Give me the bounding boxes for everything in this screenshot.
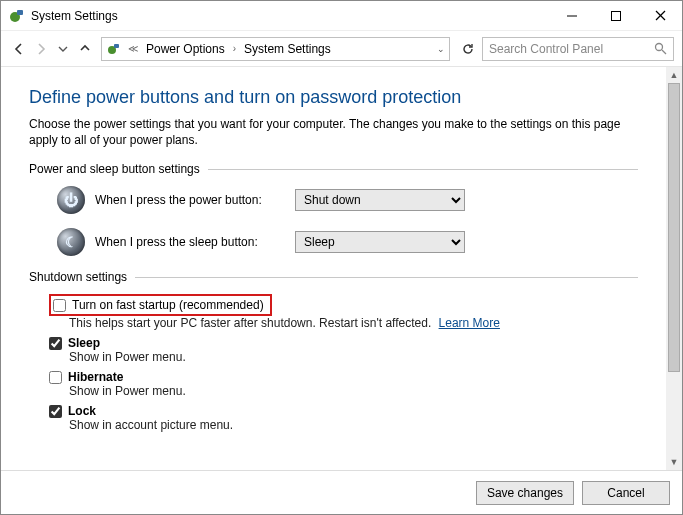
search-placeholder: Search Control Panel <box>489 42 653 56</box>
history-dropdown[interactable] <box>53 37 73 61</box>
chevron-right-icon: › <box>231 43 238 54</box>
window-title: System Settings <box>31 9 118 23</box>
footer: Save changes Cancel <box>1 470 682 514</box>
divider <box>135 277 638 278</box>
group-shutdown: Shutdown settings <box>29 270 638 284</box>
lock-label: Lock <box>68 404 96 418</box>
forward-button[interactable] <box>31 37 51 61</box>
highlight-fast-startup: Turn on fast startup (recommended) <box>49 294 272 316</box>
fast-startup-checkbox[interactable] <box>53 299 66 312</box>
page-intro: Choose the power settings that you want … <box>29 116 638 148</box>
search-input[interactable]: Search Control Panel <box>482 37 674 61</box>
fast-startup-label: Turn on fast startup (recommended) <box>72 298 264 312</box>
svg-line-9 <box>662 50 666 54</box>
option-lock: Lock Show in account picture menu. <box>49 404 638 432</box>
scroll-thumb[interactable] <box>668 83 680 372</box>
svg-rect-1 <box>17 10 23 15</box>
save-button[interactable]: Save changes <box>476 481 574 505</box>
breadcrumb[interactable]: ≪ Power Options › System Settings ⌄ <box>101 37 450 61</box>
learn-more-link[interactable]: Learn More <box>439 316 500 330</box>
scrollbar[interactable]: ▲ ▼ <box>666 67 682 470</box>
close-button[interactable] <box>638 1 682 31</box>
scroll-up-button[interactable]: ▲ <box>666 67 682 83</box>
svg-rect-7 <box>114 44 119 48</box>
power-button-select[interactable]: Shut down <box>295 189 465 211</box>
power-icon: ⏻ <box>57 186 85 214</box>
fast-startup-desc-text: This helps start your PC faster after sh… <box>69 316 431 330</box>
group-power-sleep: Power and sleep button settings <box>29 162 638 176</box>
option-sleep: Sleep Show in Power menu. <box>49 336 638 364</box>
fast-startup-desc: This helps start your PC faster after sh… <box>69 316 638 330</box>
divider <box>208 169 638 170</box>
group-power-sleep-label: Power and sleep button settings <box>29 162 200 176</box>
sleep-desc: Show in Power menu. <box>69 350 638 364</box>
content: Define power buttons and turn on passwor… <box>1 67 666 470</box>
page-title: Define power buttons and turn on passwor… <box>29 87 638 108</box>
search-icon <box>653 42 667 56</box>
maximize-button[interactable] <box>594 1 638 31</box>
minimize-button[interactable] <box>550 1 594 31</box>
power-button-label: When I press the power button: <box>95 193 285 207</box>
breadcrumb-dropdown[interactable]: ⌄ <box>433 44 445 54</box>
svg-rect-3 <box>612 11 621 20</box>
option-hibernate: Hibernate Show in Power menu. <box>49 370 638 398</box>
hibernate-checkbox[interactable] <box>49 371 62 384</box>
group-shutdown-label: Shutdown settings <box>29 270 127 284</box>
scroll-track[interactable] <box>666 83 682 454</box>
content-area: Define power buttons and turn on passwor… <box>1 67 682 470</box>
sleep-checkbox[interactable] <box>49 337 62 350</box>
svg-line-5 <box>656 11 665 20</box>
app-icon <box>9 8 25 24</box>
titlebar: System Settings <box>1 1 682 31</box>
back-button[interactable] <box>9 37 29 61</box>
row-sleep-button: ☾ When I press the sleep button: Sleep <box>57 228 638 256</box>
hibernate-label: Hibernate <box>68 370 123 384</box>
hibernate-desc: Show in Power menu. <box>69 384 638 398</box>
up-button[interactable] <box>75 37 95 61</box>
refresh-button[interactable] <box>456 37 480 61</box>
scroll-down-button[interactable]: ▼ <box>666 454 682 470</box>
sleep-button-label: When I press the sleep button: <box>95 235 285 249</box>
sleep-button-select[interactable]: Sleep <box>295 231 465 253</box>
window: System Settings ≪ Power O <box>0 0 683 515</box>
option-fast-startup: Turn on fast startup (recommended) This … <box>49 294 638 330</box>
row-power-button: ⏻ When I press the power button: Shut do… <box>57 186 638 214</box>
breadcrumb-sep: ≪ <box>126 43 140 54</box>
navbar: ≪ Power Options › System Settings ⌄ Sear… <box>1 31 682 67</box>
control-panel-icon <box>106 41 122 57</box>
svg-line-4 <box>656 11 665 20</box>
cancel-button[interactable]: Cancel <box>582 481 670 505</box>
lock-checkbox[interactable] <box>49 405 62 418</box>
sleep-label: Sleep <box>68 336 100 350</box>
svg-point-8 <box>655 44 662 51</box>
lock-desc: Show in account picture menu. <box>69 418 638 432</box>
breadcrumb-item-system-settings[interactable]: System Settings <box>242 42 333 56</box>
breadcrumb-item-power-options[interactable]: Power Options <box>144 42 227 56</box>
sleep-icon: ☾ <box>57 228 85 256</box>
